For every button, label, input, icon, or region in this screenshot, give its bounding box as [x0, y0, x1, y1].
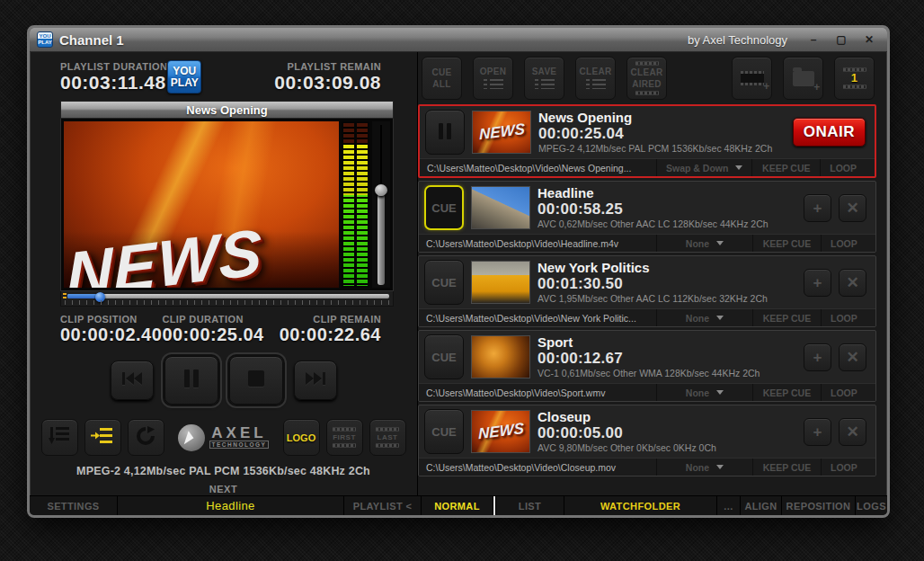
fader-knob[interactable]	[375, 184, 387, 196]
current-clip-codec-info: MPEG-2 4,12Mb/sec PAL PCM 1536Kb/sec 48K…	[30, 456, 417, 477]
mode-list-button[interactable]: LIST	[495, 496, 564, 515]
cue-all-button[interactable]: CUE ALL	[422, 57, 462, 100]
add-row-button[interactable]: +	[804, 194, 831, 222]
refresh-button[interactable]	[128, 419, 164, 456]
loop-toggle[interactable]: LOOP	[821, 309, 875, 326]
save-playlist-button[interactable]: SAVE	[524, 57, 564, 100]
remove-row-button[interactable]: ✕	[839, 343, 866, 371]
transition-dropdown[interactable]: Swap & Down	[656, 159, 751, 176]
goto-first-button[interactable]: FIRST	[326, 419, 363, 456]
app-icon-text-you: YOU	[39, 33, 50, 40]
playlist-panel: CUE ALL OPEN SAVE CLEAR	[418, 52, 887, 495]
clip-codec: AVC 0,62Mb/sec Other AAC LC 128Kb/sec 44…	[538, 218, 796, 230]
more-button[interactable]: ...	[716, 496, 740, 515]
playlist-row-closeup[interactable]: CUE NEWS Closeup 00:00:05.00 AVC 9,80Mb/…	[418, 405, 876, 476]
youplay-logo-you: YOU	[173, 66, 196, 77]
vu-meter-left	[343, 123, 354, 286]
transition-dropdown[interactable]: None	[656, 459, 752, 476]
list-icon	[586, 78, 606, 90]
keep-cue-toggle[interactable]: KEEP CUE	[752, 309, 821, 326]
keep-cue-toggle[interactable]: KEEP CUE	[752, 384, 821, 401]
vu-meter-right	[357, 123, 368, 286]
add-row-button[interactable]: +	[804, 418, 831, 446]
clip-position-label: CLIP POSITION	[60, 314, 162, 325]
watchfolder-button[interactable]: WATCHFOLDER	[564, 496, 716, 515]
seek-track[interactable]	[67, 294, 389, 298]
add-folder-button[interactable]: +	[783, 57, 823, 100]
playlist-number-value: 1	[851, 71, 858, 85]
transition-dropdown[interactable]: None	[656, 384, 752, 401]
goto-last-button[interactable]: LAST	[369, 419, 406, 456]
transition-dropdown[interactable]: None	[656, 309, 752, 326]
logo-button-label: LOGO	[287, 432, 315, 443]
playlist-remain-label: PLAYLIST REMAIN	[287, 61, 381, 72]
settings-button[interactable]: SETTINGS	[30, 496, 117, 515]
clip-duration-value: 00:00:25.04	[162, 325, 263, 345]
clip-title: Closeup	[538, 409, 796, 424]
row-cue-button[interactable]: CUE	[424, 334, 464, 379]
cue-level-icon	[91, 426, 114, 450]
transition-value: None	[686, 462, 709, 473]
loop-toggle[interactable]: LOOP	[820, 159, 875, 176]
app-icon-text-play: PLAY	[38, 40, 51, 46]
skip-forward-button[interactable]	[294, 361, 337, 400]
clip-thumbnail	[471, 186, 530, 229]
row-cue-button[interactable]: CUE	[424, 409, 464, 454]
cue-level-button[interactable]	[84, 419, 121, 456]
clear-aired-button[interactable]: CLEAR AIRED	[626, 57, 667, 100]
row-pause-button[interactable]	[425, 110, 465, 155]
keep-cue-toggle[interactable]: KEEP CUE	[751, 159, 820, 176]
maximize-button[interactable]: ▢	[831, 31, 852, 48]
close-button[interactable]: ✕	[858, 31, 880, 48]
loop-toggle[interactable]: LOOP	[821, 235, 875, 252]
skip-back-icon	[121, 370, 143, 390]
add-row-button[interactable]: +	[804, 269, 831, 297]
youplay-logo-play: PLAY	[171, 77, 199, 89]
playlist-order-button[interactable]	[41, 419, 78, 456]
keep-cue-toggle[interactable]: KEEP CUE	[752, 459, 821, 476]
keep-cue-toggle[interactable]: KEEP CUE	[752, 235, 821, 252]
playlist-duration-value: 00:03:11.48	[60, 72, 167, 94]
stop-button[interactable]	[229, 356, 283, 405]
filmstrip-icon	[333, 443, 356, 448]
mode-normal-button[interactable]: NORMAL	[421, 496, 493, 515]
reposition-button[interactable]: REPOSITION	[781, 496, 855, 515]
volume-fader[interactable]	[372, 121, 390, 288]
logo-overlay-button[interactable]: LOGO	[283, 419, 320, 456]
clip-duration: 00:00:58.25	[538, 201, 796, 218]
remove-row-button[interactable]: ✕	[839, 194, 866, 222]
playlist-row-news-opening[interactable]: NEWS News Opening 00:00:25.04 MPEG-2 4,1…	[418, 104, 876, 178]
loop-toggle[interactable]: LOOP	[821, 459, 875, 476]
transition-dropdown[interactable]: None	[656, 235, 752, 252]
title-bar[interactable]: YOU PLAY Channel 1 by Axel Technology – …	[30, 28, 887, 52]
clear-playlist-button[interactable]: CLEAR	[575, 57, 616, 100]
clip-path: C:\Users\Matteo\Desktop\Video\News Openi…	[420, 159, 656, 176]
playlist-collapse-button[interactable]: PLAYLIST <	[343, 496, 421, 515]
logs-button[interactable]: LOGS	[855, 496, 887, 515]
folder-icon	[793, 71, 814, 86]
playlist-row-sport[interactable]: CUE Sport 00:00:12.67 VC-1 0,61Mb/sec Ot…	[418, 330, 876, 402]
playlist-row-new-york-politics[interactable]: CUE New York Politics 00:01:30.50 AVC 1,…	[418, 255, 876, 327]
axel-logo-icon	[178, 424, 205, 451]
filmstrip-icon	[635, 91, 659, 95]
add-row-button[interactable]: +	[804, 343, 831, 371]
row-cue-button[interactable]: CUE	[424, 185, 464, 230]
remove-row-button[interactable]: ✕	[839, 418, 866, 446]
add-clip-button[interactable]: +	[732, 57, 772, 100]
playlist-row-headline[interactable]: CUE Headline 00:00:58.25 AVC 0,62Mb/sec …	[418, 181, 876, 253]
row-cue-button[interactable]: CUE	[424, 260, 464, 305]
filmstrip-icon	[376, 443, 399, 448]
filmstrip-icon	[376, 427, 399, 432]
remove-row-button[interactable]: ✕	[839, 269, 866, 297]
skip-back-button[interactable]	[111, 361, 154, 400]
playlist-number-button[interactable]: 1	[834, 57, 875, 100]
open-playlist-button[interactable]: OPEN	[473, 57, 513, 100]
align-button[interactable]: ALIGN	[740, 496, 781, 515]
pause-button[interactable]	[164, 356, 218, 405]
seek-bar[interactable]	[60, 291, 394, 307]
window-title: Channel 1	[59, 32, 681, 48]
minimize-button[interactable]: –	[803, 31, 824, 48]
next-clip-indicator: Headline	[117, 496, 343, 515]
loop-toggle[interactable]: LOOP	[821, 384, 875, 401]
clip-title: News Opening	[538, 110, 786, 125]
